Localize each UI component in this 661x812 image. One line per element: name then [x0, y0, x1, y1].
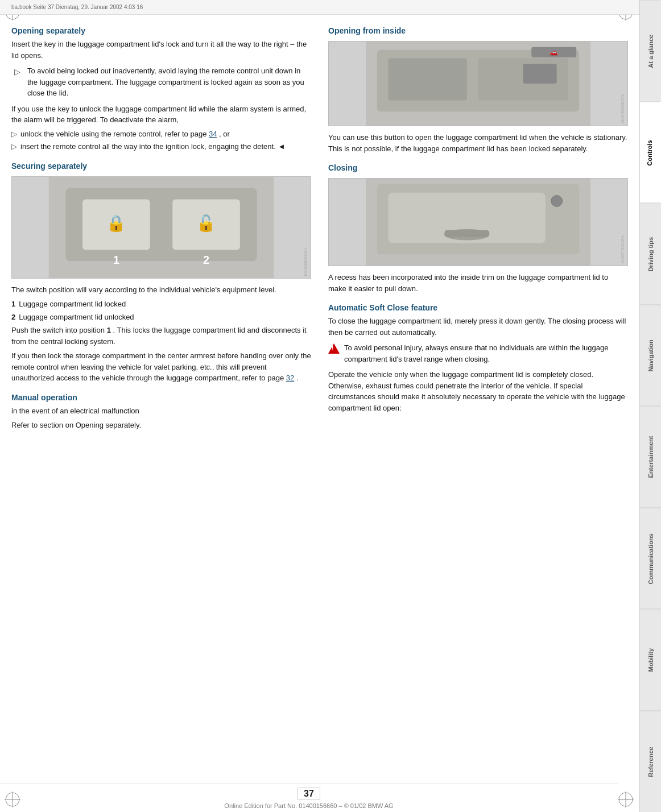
closing-watermark: VW050L/0VM	[620, 235, 625, 263]
manual-p1: in the event of an electrical malfunctio…	[11, 405, 311, 417]
right-column: Opening from inside 🚗 N15E086/04M	[328, 26, 628, 784]
manual-operation-title: Manual operation	[11, 393, 311, 402]
tab-navigation[interactable]: Navigation	[640, 305, 661, 407]
svg-point-32	[551, 196, 563, 207]
svg-text:🚗: 🚗	[550, 48, 558, 56]
tab-controls[interactable]: Controls	[640, 102, 661, 204]
svg-text:2: 2	[203, 254, 209, 266]
note-inadvertent-text: To avoid being locked out inadvertently,…	[27, 65, 311, 99]
auto-soft-title: Automatic Soft Close feature	[328, 303, 628, 312]
warning-triangle-icon	[328, 343, 340, 354]
copyright-text: Online Edition for Part No. 01400156660 …	[224, 802, 393, 809]
securing-p3: If you then lock the storage compartment…	[11, 350, 311, 384]
arrow-item-1: ▷ unlock the vehicle using the remote co…	[11, 129, 311, 140]
securing-p3-page-link[interactable]: 32	[286, 374, 294, 382]
manual-p2: Refer to section on Opening separately.	[11, 420, 311, 431]
tab-mobility[interactable]: Mobility	[640, 609, 661, 711]
tab-entertainment[interactable]: Entertainment	[640, 406, 661, 508]
tab-reference[interactable]: Reference	[640, 711, 661, 813]
closing-p1: A recess has been incorporated into the …	[328, 272, 628, 294]
securing-watermark: VWD089/0VM	[303, 247, 308, 276]
tab-driving-tips[interactable]: Driving tips	[640, 203, 661, 305]
opening-inside-p1: You can use this button to open the lugg…	[328, 132, 628, 154]
list-2-num: 2	[11, 312, 15, 323]
closing-title: Closing	[328, 163, 628, 172]
svg-rect-31	[444, 230, 489, 237]
closing-image: VW050L/0VM	[328, 178, 628, 266]
securing-p1: The switch position will vary according …	[11, 284, 311, 296]
svg-rect-24	[523, 64, 556, 84]
closing-p2: Operate the vehicle only when the luggag…	[328, 369, 628, 413]
list-1-num: 1	[11, 299, 15, 310]
inside-watermark: N15E086/04M	[620, 94, 625, 123]
svg-rect-22	[389, 59, 467, 101]
list-item-1: 1 Luggage compartment lid locked	[11, 299, 311, 310]
note-inadvertent: ▷ To avoid being locked out inadvertentl…	[11, 65, 311, 99]
securing-overlay: 🔒 🔓 1 2	[12, 177, 311, 278]
arrow2-text: insert the remote control all the way in…	[20, 142, 285, 152]
top-bar: ba.book Seite 37 Dienstag, 29. Januar 20…	[0, 0, 639, 15]
svg-text:🔒: 🔒	[106, 214, 126, 233]
arrow-item-2: ▷ insert the remote control all the way …	[11, 142, 311, 152]
tab-bar: At a glance Controls Driving tips Naviga…	[639, 0, 661, 812]
opening-inside-image: 🚗 N15E086/04M	[328, 41, 628, 126]
content-columns: Opening separately Insert the key in the…	[0, 15, 639, 784]
list-2-text: Luggage compartment lid unlocked	[19, 312, 134, 323]
svg-text:1: 1	[113, 254, 119, 266]
arrow1-text: unlock the vehicle using the remote cont…	[20, 129, 230, 140]
tab-communications[interactable]: Communications	[640, 508, 661, 610]
securing-separately-title: Securing separately	[11, 161, 311, 171]
list-1-text: Luggage compartment lid locked	[19, 299, 126, 310]
opening-inside-title: Opening from inside	[328, 26, 628, 35]
arrow1-page-link[interactable]: 34	[209, 130, 217, 138]
note-alarm-p1: If you use the key to unlock the luggage…	[11, 103, 311, 126]
left-column: Opening separately Insert the key in the…	[11, 26, 311, 784]
warning-box: To avoid personal injury, always ensure …	[328, 342, 628, 364]
svg-text:🔓: 🔓	[196, 214, 216, 233]
arrow-sym-2: ▷	[11, 142, 17, 152]
main-content: ba.book Seite 37 Dienstag, 29. Januar 20…	[0, 0, 639, 812]
page-number: 37	[298, 788, 320, 800]
arrow-sym-1: ▷	[11, 129, 17, 140]
opening-separately-p1: Insert the key in the luggage compartmen…	[11, 39, 311, 61]
securing-p2: Push the switch into position 1 . This l…	[11, 325, 311, 347]
tab-at-a-glance[interactable]: At a glance	[640, 0, 661, 102]
auto-soft-p1: To close the luggage compartment lid, me…	[328, 316, 628, 338]
topbar-text: ba.book Seite 37 Dienstag, 29. Januar 20…	[11, 4, 143, 10]
footer: 37 Online Edition for Part No. 014001566…	[0, 784, 618, 812]
list-item-2: 2 Luggage compartment lid unlocked	[11, 312, 311, 323]
securing-image: 🔒 🔓 1 2 VWD089/0VM	[11, 176, 311, 279]
opening-separately-title: Opening separately	[11, 26, 311, 35]
note-arrow-icon: ▷	[11, 66, 23, 77]
warning-text: To avoid personal injury, always ensure …	[344, 342, 628, 364]
